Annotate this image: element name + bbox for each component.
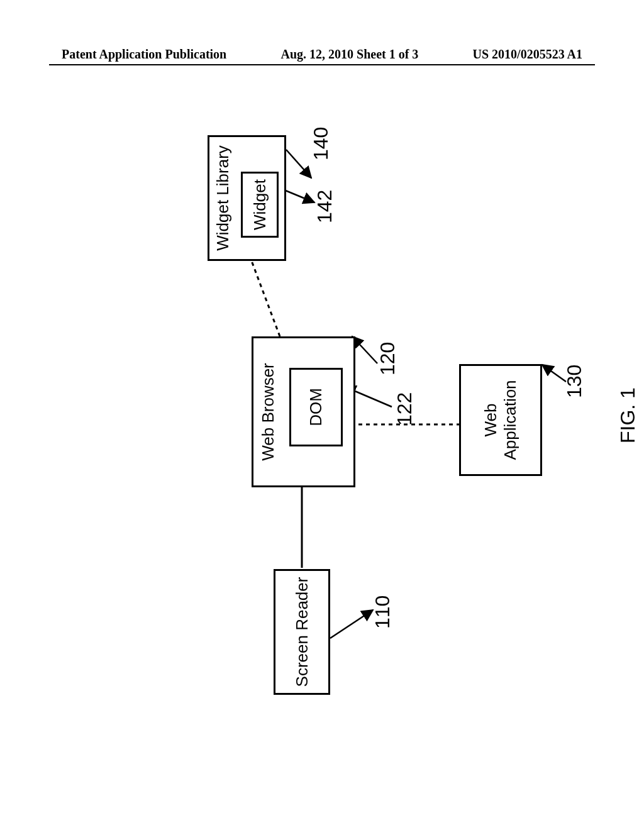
ref-140: 140 [309,127,333,160]
svg-line-7 [286,191,314,202]
figure-1-diagram: Screen Reader 110 Web Browser DOM 120 12… [0,179,644,676]
ref-120: 120 [376,342,399,375]
page: Patent Application Publication Aug. 12, … [0,0,644,830]
header-rule [49,64,595,65]
header-left: Patent Application Publication [62,47,226,62]
ref-130: 130 [563,365,586,398]
ref-110: 110 [371,595,394,629]
svg-line-1 [252,261,280,336]
box-web-browser-label: Web Browser [258,363,278,461]
box-dom: DOM [289,368,343,446]
header-center: Aug. 12, 2010 Sheet 1 of 3 [280,47,418,62]
header-right: US 2010/0205523 A1 [473,47,582,62]
box-web-application: Web Application [459,364,542,476]
ref-142: 142 [313,190,336,223]
box-screen-reader-label: Screen Reader [292,577,312,687]
box-widget-library-label: Widget Library [213,145,233,251]
box-screen-reader: Screen Reader [274,569,330,695]
box-web-application-label: Web Application [481,380,520,460]
svg-line-4 [352,336,377,363]
box-widget-label: Widget [250,179,270,230]
ref-122: 122 [393,392,416,426]
box-dom-label: DOM [306,388,326,426]
box-widget: Widget [241,172,279,238]
svg-line-6 [286,150,311,178]
page-header: Patent Application Publication Aug. 12, … [0,47,644,62]
svg-line-3 [330,610,373,638]
figure-caption: FIG. 1 [616,387,640,443]
